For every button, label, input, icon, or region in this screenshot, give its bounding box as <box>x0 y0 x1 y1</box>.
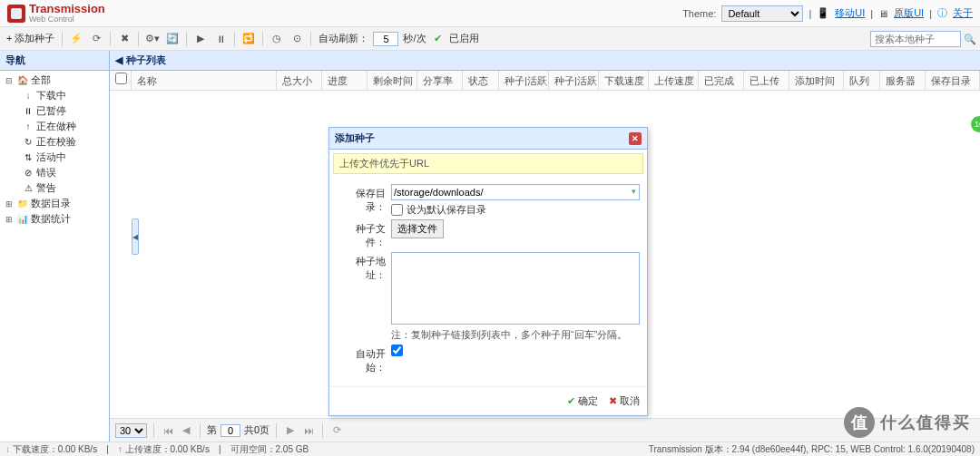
column-header[interactable]: 上传速度 <box>649 71 699 91</box>
column-header[interactable]: 种子|活跃 <box>549 71 599 91</box>
more-icon[interactable]: ◷ <box>268 30 286 48</box>
column-header[interactable]: 队列 <box>844 71 880 91</box>
tree-node[interactable]: ⊞📁数据目录 <box>2 196 107 211</box>
auto-refresh-unit: 秒/次 <box>400 32 428 45</box>
node-icon: 🏠 <box>16 75 29 86</box>
node-label: 下载中 <box>36 89 66 102</box>
ok-button[interactable]: ✔确定 <box>567 394 598 408</box>
info-icon: ⓘ <box>937 6 947 20</box>
last-page-icon[interactable]: ⏭ <box>301 423 316 438</box>
tree-node[interactable]: ⊘错误 <box>2 165 107 180</box>
pause-icon[interactable]: ⏸ <box>211 30 230 48</box>
add-torrent-button[interactable]: + 添加种子 <box>4 32 57 45</box>
torrent-url-textarea[interactable] <box>391 252 640 325</box>
mobile-ui-link[interactable]: 移动UI <box>835 6 865 20</box>
choose-file-button[interactable]: 选择文件 <box>391 219 444 238</box>
column-header[interactable] <box>110 71 132 91</box>
cancel-icon: ✖ <box>609 395 617 407</box>
page-input[interactable] <box>220 424 240 437</box>
dialog-titlebar[interactable]: 添加种子 ✕ <box>329 128 647 150</box>
dl-value: 0.00 KB/s <box>58 444 97 454</box>
start-icon[interactable]: ⚡ <box>67 30 85 48</box>
column-header[interactable]: 进度 <box>322 71 368 91</box>
about-link[interactable]: 关于 <box>953 6 973 20</box>
tree-node[interactable]: ⊞📊数据统计 <box>2 211 107 227</box>
tree-node[interactable]: ↓下载中 <box>2 88 107 103</box>
node-label: 正在校验 <box>36 135 76 149</box>
select-all-checkbox[interactable] <box>115 73 127 84</box>
auto-refresh-input[interactable] <box>373 32 398 46</box>
column-header[interactable]: 添加时间 <box>789 71 844 91</box>
node-label: 活动中 <box>36 150 66 164</box>
close-icon[interactable]: ✕ <box>629 132 642 145</box>
expander-icon[interactable]: ⊞ <box>5 199 15 209</box>
expander-icon[interactable]: ⊞ <box>5 215 15 224</box>
reload-icon[interactable]: 🔄 <box>163 30 181 48</box>
next-page-icon[interactable]: ▶ <box>283 423 298 438</box>
column-header[interactable]: 总大小 <box>277 71 322 91</box>
column-header[interactable]: 状态 <box>463 71 499 91</box>
search-icon[interactable]: 🔍 <box>964 34 976 44</box>
refresh-icon[interactable]: ⟳ <box>87 30 105 48</box>
check-icon: ✔ <box>567 395 575 407</box>
set-default-label: 设为默认保存目录 <box>407 203 486 217</box>
node-icon: ↑ <box>22 121 34 132</box>
column-header[interactable]: 名称 <box>132 71 277 91</box>
column-header[interactable]: 分享率 <box>417 71 463 91</box>
total-pages: 共0页 <box>244 423 270 437</box>
settings-icon[interactable]: ⚙▾ <box>143 30 162 48</box>
free-label: 可用空间： <box>230 444 276 454</box>
cancel-button[interactable]: ✖取消 <box>609 394 640 408</box>
prev-page-icon[interactable]: ◀ <box>179 423 193 438</box>
column-header[interactable]: 下载速度 <box>599 71 649 91</box>
save-dir-input[interactable] <box>391 184 640 200</box>
tree-node[interactable]: ⚠警告 <box>2 180 107 196</box>
column-header[interactable]: 服务器 <box>880 71 926 91</box>
original-ui-link[interactable]: 原版UI <box>894 6 924 20</box>
tree-node[interactable]: ↻正在校验 <box>2 134 107 150</box>
check-icon: ✔ <box>431 33 445 44</box>
column-header[interactable]: 保存目录 <box>926 71 980 91</box>
speed-icon[interactable]: ⊙ <box>288 30 306 48</box>
tree-node[interactable]: ⊟🏠全部 <box>2 73 107 88</box>
search-input[interactable] <box>870 31 961 47</box>
free-value: 2.05 GB <box>276 444 309 454</box>
pager-refresh-icon[interactable]: ⟳ <box>329 423 344 438</box>
watermark: 值 什么值得买 <box>844 407 971 438</box>
node-label: 数据目录 <box>31 197 71 210</box>
first-page-icon[interactable]: ⏮ <box>161 423 175 438</box>
sidebar-title: 导航 <box>0 51 109 71</box>
column-header[interactable]: 已完成 <box>699 71 744 91</box>
watermark-icon: 值 <box>844 407 875 438</box>
set-default-checkbox[interactable] <box>391 204 403 216</box>
node-icon: ↓ <box>22 91 34 102</box>
remove-icon[interactable]: ✖ <box>115 30 133 48</box>
page-size-select[interactable]: 30 <box>115 423 147 438</box>
column-header[interactable]: 剩余时间 <box>368 71 417 91</box>
autostart-label: 自动开始： <box>337 344 391 374</box>
transmission-icon <box>7 5 25 23</box>
grid-title: ◀种子列表 <box>110 51 980 71</box>
autostart-checkbox[interactable] <box>391 344 403 356</box>
expander-icon[interactable]: ⊟ <box>5 76 15 85</box>
node-icon: ⊘ <box>22 168 34 179</box>
dialog-note: 注：复制种子链接到列表中，多个种子用“回车”分隔。 <box>391 328 640 342</box>
enabled-label: 已启用 <box>446 32 482 45</box>
sidebar-collapse-handle[interactable]: ◀ <box>132 218 139 255</box>
add-torrent-dialog: 添加种子 ✕ 上传文件优先于URL 保存目录： 设为默认保存目录 种子文件： 选… <box>328 127 648 416</box>
dialog-hint: 上传文件优先于URL <box>333 153 643 174</box>
phone-icon: 📱 <box>817 7 829 19</box>
column-header[interactable]: 种子|活跃 <box>499 71 549 91</box>
node-icon: 📁 <box>16 199 29 209</box>
node-label: 已暂停 <box>36 104 66 118</box>
sidebar: 导航 ⊟🏠全部↓下载中⏸已暂停↑正在做种↻正在校验⇅活动中⊘错误⚠警告⊞📁数据目… <box>0 51 110 441</box>
tree-node[interactable]: ⏸已暂停 <box>2 103 107 119</box>
node-icon: 📊 <box>16 214 29 225</box>
column-header[interactable]: 已上传 <box>744 71 789 91</box>
tree-node[interactable]: ↑正在做种 <box>2 119 107 134</box>
theme-select[interactable]: Default <box>721 5 803 22</box>
page-label: 第 <box>207 423 217 437</box>
play-icon[interactable]: ▶ <box>191 30 210 48</box>
tree-node[interactable]: ⇅活动中 <box>2 150 107 165</box>
recheck-icon[interactable]: 🔁 <box>240 30 258 48</box>
